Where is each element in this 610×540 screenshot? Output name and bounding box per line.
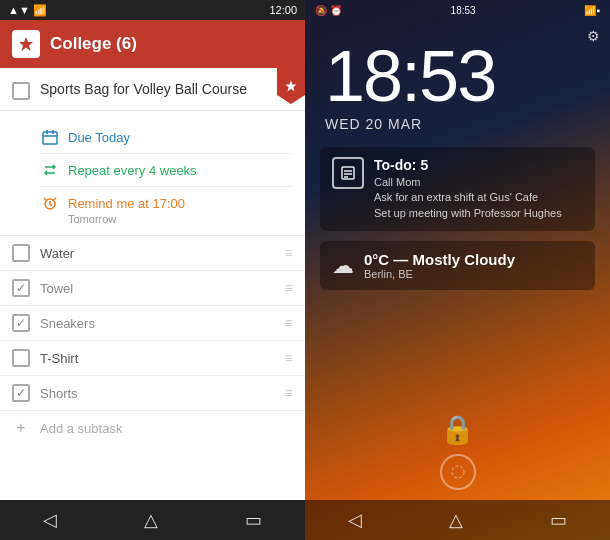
subtask-row[interactable]: Towel ≡ [0, 271, 305, 306]
subtask-label-tshirt: T-Shirt [40, 351, 275, 366]
subtasks-list: Water ≡ Towel ≡ Sneakers ≡ T-Shirt ≡ Sho… [0, 236, 305, 500]
repeat-row[interactable]: Repeat every 4 weeks [40, 154, 293, 187]
nav-bar-right: ◁ △ ▭ [305, 500, 610, 540]
clock-date: WED 20 MAR [325, 116, 590, 132]
subtask-checkbox-sneakers[interactable] [12, 314, 30, 332]
back-button-left[interactable]: ◁ [43, 509, 57, 531]
right-panel: 🔕 ⏰ 18:53 📶▪ ⚙ 18:53 WED 20 MAR [305, 0, 610, 540]
cloud-icon: ☁ [332, 253, 354, 279]
task-card[interactable]: Sports Bag for Volley Ball Course [0, 68, 305, 111]
subtask-checkbox-water[interactable] [12, 244, 30, 262]
svg-point-15 [452, 466, 464, 478]
todo-title: To-do: 5 [374, 157, 583, 173]
home-button-left[interactable]: △ [144, 509, 158, 531]
subtask-checkbox-towel[interactable] [12, 279, 30, 297]
weather-location: Berlin, BE [364, 268, 515, 280]
lock-icon: 🔒 [440, 413, 475, 446]
weather-widget[interactable]: ☁ 0°C — Mostly Cloudy Berlin, BE [320, 241, 595, 290]
alarm-icon [40, 193, 60, 213]
status-right-left-icons: 🔕 ⏰ [315, 5, 342, 16]
lock-widgets: To-do: 5 Call Mom Ask for an extra shift… [305, 137, 610, 300]
app-title: College (6) [50, 34, 137, 54]
drag-handle-sneakers[interactable]: ≡ [285, 315, 293, 331]
back-button-right[interactable]: ◁ [348, 509, 362, 531]
subtask-row[interactable]: T-Shirt ≡ [0, 341, 305, 376]
svg-line-10 [54, 198, 56, 200]
drag-handle-water[interactable]: ≡ [285, 245, 293, 261]
task-checkbox[interactable] [12, 82, 30, 100]
todo-detail-3: Set up meeting with Professor Hughes [374, 206, 583, 221]
remind-row[interactable]: Remind me at 17:00 [40, 187, 293, 213]
clock-display: 18:53 WED 20 MAR [305, 20, 610, 137]
svg-rect-2 [43, 132, 57, 144]
add-subtask-label: Add a subtask [40, 421, 122, 436]
subtask-checkbox-shorts[interactable] [12, 384, 30, 402]
drag-handle-tshirt[interactable]: ≡ [285, 350, 293, 366]
todo-widget[interactable]: To-do: 5 Call Mom Ask for an extra shift… [320, 147, 595, 231]
nav-bar-left: ◁ △ ▭ [0, 500, 305, 540]
weather-info: 0°C — Mostly Cloudy Berlin, BE [364, 251, 515, 280]
drag-handle-shorts[interactable]: ≡ [285, 385, 293, 401]
repeat-label: Repeat every 4 weeks [68, 163, 197, 178]
status-bar-right: 🔕 ⏰ 18:53 📶▪ [305, 0, 610, 20]
due-date-label: Due Today [68, 130, 130, 145]
status-time-right: 18:53 [451, 5, 476, 16]
status-bar-left: ▲▼ 📶 12:00 [0, 0, 305, 20]
svg-marker-1 [286, 81, 297, 92]
weather-condition: Mostly Cloudy [413, 251, 516, 268]
lock-bottom[interactable]: 🔒 [440, 413, 476, 490]
remind-label: Remind me at 17:00 [68, 196, 185, 211]
weather-temp: 0°C [364, 251, 389, 268]
remind-sub: Tomorrow [68, 213, 293, 231]
subtask-label-sneakers: Sneakers [40, 316, 275, 331]
due-date-row[interactable]: Due Today [40, 121, 293, 154]
task-title: Sports Bag for Volley Ball Course [40, 80, 293, 98]
subtask-label-towel: Towel [40, 281, 275, 296]
status-right-icons: 📶▪ [584, 5, 600, 16]
left-panel: ▲▼ 📶 12:00 College (6) Sports Bag for Vo… [0, 0, 305, 540]
add-subtask-row[interactable]: + Add a subtask [0, 411, 305, 445]
task-meta: Due Today Repeat every 4 weeks Remind [0, 111, 305, 236]
svg-line-8 [50, 204, 52, 206]
repeat-icon [40, 160, 60, 180]
weather-text: 0°C — Mostly Cloudy [364, 251, 515, 268]
todo-detail-2: Ask for an extra shift at Gus' Cafe [374, 190, 583, 205]
svg-marker-0 [19, 37, 33, 51]
calendar-icon [40, 127, 60, 147]
status-time-left: 12:00 [269, 4, 297, 16]
app-header: College (6) [0, 20, 305, 68]
subtask-label-shorts: Shorts [40, 386, 275, 401]
add-icon: + [12, 419, 30, 437]
weather-dash: — [393, 251, 412, 268]
recent-button-left[interactable]: ▭ [245, 509, 262, 531]
todo-content: To-do: 5 Call Mom Ask for an extra shift… [374, 157, 583, 221]
subtask-row[interactable]: Sneakers ≡ [0, 306, 305, 341]
unlock-ring[interactable] [440, 454, 476, 490]
drag-handle-towel[interactable]: ≡ [285, 280, 293, 296]
recent-button-right[interactable]: ▭ [550, 509, 567, 531]
settings-icon[interactable]: ⚙ [587, 28, 600, 44]
subtask-row[interactable]: Shorts ≡ [0, 376, 305, 411]
todo-detail-1: Call Mom [374, 175, 583, 190]
subtask-checkbox-tshirt[interactable] [12, 349, 30, 367]
app-logo [12, 30, 40, 58]
todo-icon [332, 157, 364, 189]
subtask-row[interactable]: Water ≡ [0, 236, 305, 271]
clock-time: 18:53 [325, 40, 590, 112]
svg-line-9 [44, 198, 46, 200]
home-button-right[interactable]: △ [449, 509, 463, 531]
subtask-label-water: Water [40, 246, 275, 261]
status-left-icons: ▲▼ 📶 [8, 4, 47, 17]
